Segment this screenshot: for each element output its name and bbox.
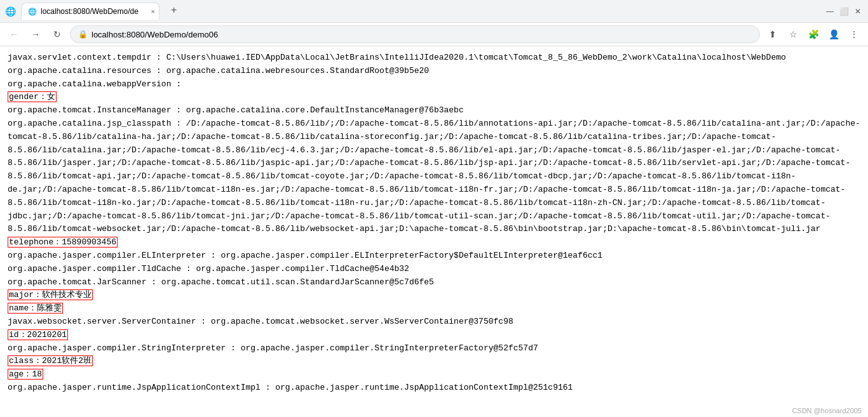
browser-titlebar: 🌐 🌐 localhost:8080/WebDemo/de × + — ⬜ ✕ [0,0,868,23]
address-bar[interactable]: 🔒 localhost:8080/WebDemo/demo06 [70,25,760,43]
class-highlight: class：2021软件2班 [8,355,93,366]
line-classpath4: 8.5.86/lib/jasper.jar;/D:/apache-tomcat-… [8,157,860,170]
line-classpath2: tomcat-8.5.86/lib/catalina-ha.jar;/D:/ap… [8,131,860,144]
line-elinterpreter: org.apache.jasper.compiler.ELInterpreter… [8,249,860,263]
line-instancemanager: org.apache.tomcat.InstanceManager : org.… [8,104,860,117]
reload-button[interactable]: ↻ [48,25,66,43]
line-id: id：20210201 [8,329,860,342]
id-highlight: id：20210201 [8,329,68,340]
forward-button[interactable]: → [27,25,44,43]
line-gender: gender：女 [8,91,860,104]
new-tab-button[interactable]: + [167,3,180,17]
line-webappversion: org.apache.catalina.webappVersion : [8,78,860,91]
window-controls: — ⬜ ✕ [825,6,863,17]
line-major: major：软件技术专业 [8,289,860,302]
page-content: javax.servlet.context.tempdir : C:\Users… [0,46,868,392]
telephone-highlight: telephone：15890903456 [8,237,118,248]
back-button[interactable]: ← [5,25,23,43]
lock-icon: 🔒 [78,30,88,39]
tab-close-button[interactable]: × [151,8,154,15]
extensions-button[interactable]: 🧩 [804,25,822,43]
line-resources: org.apache.catalina.resources : org.apac… [8,65,860,78]
browser-logo: 🌐 [5,6,16,17]
toolbar-right: ⬆ ☆ 🧩 👤 ⋮ [764,25,863,43]
line-class: class：2021软件2班 [8,355,860,368]
line-jspapplicationcontext: org.apache.jasper.runtime.JspApplication… [8,381,860,392]
line-name: name：陈雅雯 [8,302,860,315]
line-classpath3: 8.5.86/lib/catalina.jar;/D:/apache-tomca… [8,144,860,157]
active-tab[interactable]: 🌐 localhost:8080/WebDemo/de × [21,3,159,20]
gender-highlight: gender：女 [8,91,57,102]
name-highlight: name：陈雅雯 [8,303,63,314]
browser-toolbar: ← → ↻ 🔒 localhost:8080/WebDemo/demo06 ⬆ … [0,23,868,46]
line-jarscanner: org.apache.tomcat.JarScanner : org.apach… [8,276,860,289]
line-telephone: telephone：15890903456 [8,236,860,249]
line-servercontainer: javax.websocket.server.ServerContainer :… [8,315,860,329]
url-text: localhost:8080/WebDemo/demo06 [92,30,218,39]
line-classpath1: org.apache.catalina.jsp_classpath : /D:/… [8,117,860,131]
line-stringinterpreter: org.apache.jasper.compiler.StringInterpr… [8,342,860,355]
profile-button[interactable]: 👤 [825,25,843,43]
line-classpath7: 8.5.86/lib/tomcat-i18n-ko.jar;/D:/apache… [8,197,860,210]
restore-button[interactable]: ⬜ [839,6,849,17]
major-highlight: major：软件技术专业 [8,289,93,300]
bookmark-button[interactable]: ☆ [784,25,802,43]
line-tldcache: org.apache.jasper.compiler.TldCache : or… [8,263,860,276]
minimize-button[interactable]: — [825,6,835,17]
tab-title: localhost:8080/WebDemo/de [41,7,139,16]
age-highlight: age：18 [8,369,43,380]
line-classpath6: de.jar;/D:/apache-tomcat-8.5.86/lib/tomc… [8,183,860,197]
tab-favicon: 🌐 [28,8,37,16]
share-button[interactable]: ⬆ [764,25,782,43]
line-classpath9: 8.5.86/lib/tomcat-websocket.jar;/D:/apac… [8,223,860,236]
menu-button[interactable]: ⋮ [845,25,863,43]
line-age: age：18 [8,368,860,381]
line-classpath5: 8.5.86/lib/tomcat-api.jar;/D:/apache-tom… [8,170,860,183]
line-classpath8: jdbc.jar;/D:/apache-tomcat-8.5.86/lib/to… [8,210,860,223]
line-tempdir: javax.servlet.context.tempdir : C:\Users… [8,51,860,65]
close-button[interactable]: ✕ [853,6,863,17]
